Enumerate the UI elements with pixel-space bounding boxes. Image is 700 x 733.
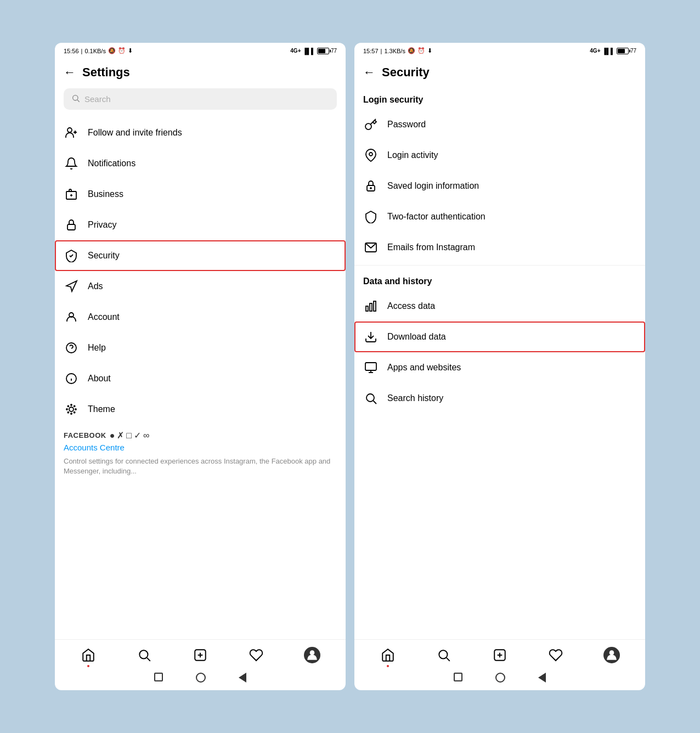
facebook-icons: ● ✗ □ ✓ ∞	[110, 430, 150, 441]
svg-rect-38	[365, 363, 376, 370]
svg-line-42	[374, 401, 377, 404]
whatsapp-icon: ✓	[134, 430, 141, 441]
email-icon	[363, 240, 379, 255]
header-right: ← Security	[354, 58, 645, 86]
download-status-right: ⬇	[427, 47, 432, 54]
sys-circle-right[interactable]	[495, 673, 505, 683]
search-placeholder: Search	[84, 94, 111, 104]
follow-icon	[64, 125, 79, 140]
login-security-header: Login security	[354, 86, 645, 109]
download-status-icon: ⬇	[128, 47, 133, 54]
svg-point-2	[67, 128, 72, 132]
signal-bars-icon: ▐▌▌	[302, 48, 315, 54]
search-bar[interactable]: Search	[64, 88, 337, 110]
battery-icon-left	[317, 48, 329, 54]
emails-label: Emails from Instagram	[387, 243, 475, 252]
data-history-header: Data and history	[354, 268, 645, 291]
settings-item-help[interactable]: Help	[55, 332, 346, 363]
nav-heart[interactable]	[246, 645, 266, 665]
svg-line-25	[147, 658, 150, 661]
svg-line-1	[77, 100, 80, 102]
accounts-centre-link[interactable]: Accounts Centre	[55, 441, 346, 454]
svg-rect-35	[370, 303, 372, 311]
status-right-left: 4G+ ▐▌▌ 77	[290, 48, 337, 54]
signal-4g-icon: 4G+	[290, 48, 301, 54]
security-label: Security	[88, 251, 120, 261]
security-item-login-activity[interactable]: Login activity	[354, 140, 645, 171]
kb-right: 1.3KB/s	[384, 48, 405, 54]
svg-point-17	[71, 413, 72, 414]
security-item-access-data[interactable]: Access data	[354, 291, 645, 322]
alarm-icon-right: ⏰	[417, 47, 425, 54]
svg-point-16	[71, 404, 72, 405]
nav-heart-right[interactable]	[546, 645, 566, 665]
security-item-saved-login[interactable]: Saved login information	[354, 171, 645, 201]
nav-profile-right[interactable]	[602, 645, 622, 665]
system-nav-right	[354, 668, 645, 688]
settings-item-business[interactable]: Business	[55, 179, 346, 210]
svg-point-22	[67, 412, 69, 413]
svg-rect-34	[366, 306, 368, 311]
svg-rect-36	[374, 301, 376, 311]
status-bar-right: 15:57 | 1.3KB/s 🔕 ⏰ ⬇ 4G+ ▐▌▌ 77	[354, 43, 645, 58]
signal-4g-right: 4G+	[590, 48, 600, 54]
security-item-apps-websites[interactable]: Apps and websites	[354, 352, 645, 383]
svg-point-18	[66, 409, 67, 410]
security-item-password[interactable]: Password	[354, 109, 645, 140]
search-icon	[71, 94, 80, 104]
business-label: Business	[88, 189, 123, 199]
sys-back-right[interactable]	[538, 673, 546, 683]
security-item-two-factor[interactable]: Two-factor authentication	[354, 201, 645, 232]
login-activity-label: Login activity	[387, 150, 438, 160]
svg-point-10	[66, 343, 76, 353]
nav-add-right[interactable]	[490, 645, 510, 665]
nav-add[interactable]	[190, 645, 210, 665]
settings-item-ads[interactable]: Ads	[55, 271, 346, 302]
sys-square-left[interactable]	[154, 673, 163, 681]
fb-icon: ●	[110, 431, 115, 441]
status-left: 15:56 | 0.1KB/s 🔕 ⏰ ⬇	[64, 47, 133, 54]
settings-item-about[interactable]: About	[55, 363, 346, 394]
svg-point-24	[139, 650, 148, 658]
settings-item-security[interactable]: Security	[55, 240, 346, 271]
settings-item-follow[interactable]: Follow and invite friends	[55, 117, 346, 148]
nav-profile[interactable]	[302, 645, 322, 665]
bottom-nav-left	[55, 639, 346, 690]
svg-point-19	[75, 409, 76, 410]
ads-icon	[64, 279, 79, 294]
two-factor-label: Two-factor authentication	[387, 212, 486, 222]
settings-item-privacy[interactable]: Privacy	[55, 210, 346, 240]
search-history-label: Search history	[387, 393, 443, 403]
account-label: Account	[88, 312, 120, 322]
chart-icon	[363, 298, 379, 314]
nav-search[interactable]	[134, 645, 154, 665]
nav-home-right[interactable]	[378, 645, 398, 665]
sys-circle-left[interactable]	[196, 673, 206, 683]
security-icon	[64, 248, 79, 263]
settings-screen: 15:56 | 0.1KB/s 🔕 ⏰ ⬇ 4G+ ▐▌▌ 77 ← Setti…	[55, 43, 346, 690]
back-button-right[interactable]: ←	[363, 66, 375, 78]
nav-search-right[interactable]	[434, 645, 454, 665]
signal-bars-right: ▐▌▌	[602, 48, 614, 54]
settings-item-theme[interactable]: Theme	[55, 394, 346, 425]
battery-pct-left: 77	[331, 48, 337, 54]
spacer-right	[354, 414, 645, 639]
key-icon	[363, 117, 379, 132]
follow-label: Follow and invite friends	[88, 128, 182, 138]
privacy-label: Privacy	[88, 220, 116, 230]
separator-right: |	[381, 48, 382, 54]
settings-item-notifications[interactable]: Notifications	[55, 148, 346, 179]
about-label: About	[88, 374, 111, 384]
settings-item-account[interactable]: Account	[55, 302, 346, 332]
security-item-search-history[interactable]: Search history	[354, 383, 645, 414]
security-item-download-data[interactable]: Download data	[354, 322, 645, 352]
nav-home[interactable]	[78, 645, 98, 665]
security-item-emails[interactable]: Emails from Instagram	[354, 232, 645, 263]
theme-icon	[64, 402, 79, 417]
back-button-left[interactable]: ←	[64, 66, 76, 78]
theme-label: Theme	[88, 404, 115, 414]
about-icon	[64, 371, 79, 386]
password-label: Password	[387, 120, 426, 129]
sys-back-left[interactable]	[239, 673, 246, 683]
sys-square-right[interactable]	[454, 673, 462, 681]
